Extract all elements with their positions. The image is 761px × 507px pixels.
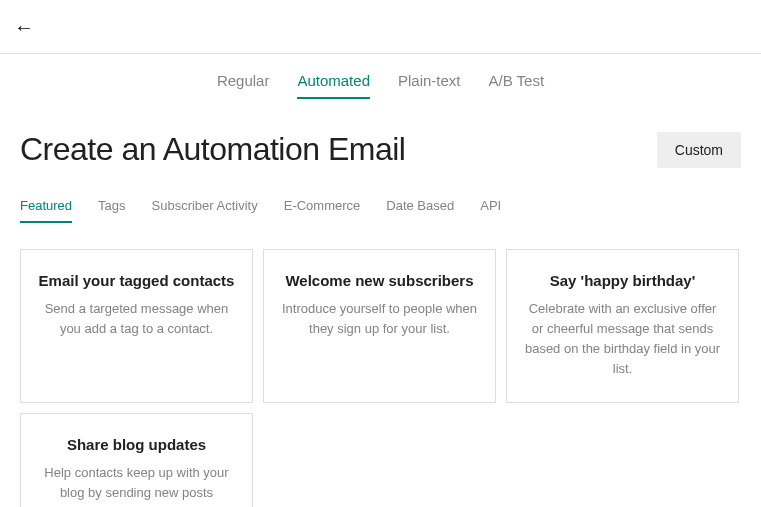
card-desc: Celebrate with an exclusive offer or che… bbox=[523, 299, 722, 380]
card-title: Share blog updates bbox=[37, 436, 236, 453]
automation-cards: Email your tagged contacts Send a target… bbox=[20, 249, 741, 507]
card-desc: Send a targeted message when you add a t… bbox=[37, 299, 236, 339]
subtab-api[interactable]: API bbox=[480, 198, 501, 223]
card-desc: Introduce yourself to people when they s… bbox=[280, 299, 479, 339]
content-area: Create an Automation Email Custom Featur… bbox=[0, 131, 761, 507]
back-arrow-icon[interactable]: ← bbox=[14, 17, 34, 37]
card-desc: Help contacts keep up with your blog by … bbox=[37, 463, 236, 507]
custom-button[interactable]: Custom bbox=[657, 132, 741, 168]
topbar: ← bbox=[0, 0, 761, 54]
card-say-happy-birthday[interactable]: Say 'happy birthday' Celebrate with an e… bbox=[506, 249, 739, 403]
tab-regular[interactable]: Regular bbox=[217, 72, 270, 99]
tab-automated[interactable]: Automated bbox=[297, 72, 370, 99]
card-title: Say 'happy birthday' bbox=[523, 272, 722, 289]
card-share-blog-updates[interactable]: Share blog updates Help contacts keep up… bbox=[20, 413, 253, 507]
title-row: Create an Automation Email Custom bbox=[20, 131, 741, 168]
card-welcome-new-subscribers[interactable]: Welcome new subscribers Introduce yourse… bbox=[263, 249, 496, 403]
subtab-featured[interactable]: Featured bbox=[20, 198, 72, 223]
subtab-subscriber-activity[interactable]: Subscriber Activity bbox=[152, 198, 258, 223]
automation-category-tabs: Featured Tags Subscriber Activity E-Comm… bbox=[20, 198, 741, 223]
tab-ab-test[interactable]: A/B Test bbox=[489, 72, 545, 99]
tab-plain-text[interactable]: Plain-text bbox=[398, 72, 461, 99]
campaign-type-tabs: Regular Automated Plain-text A/B Test bbox=[0, 54, 761, 113]
subtab-tags[interactable]: Tags bbox=[98, 198, 125, 223]
page-title: Create an Automation Email bbox=[20, 131, 405, 168]
card-title: Email your tagged contacts bbox=[37, 272, 236, 289]
card-title: Welcome new subscribers bbox=[280, 272, 479, 289]
subtab-date-based[interactable]: Date Based bbox=[386, 198, 454, 223]
subtab-ecommerce[interactable]: E-Commerce bbox=[284, 198, 361, 223]
card-email-tagged-contacts[interactable]: Email your tagged contacts Send a target… bbox=[20, 249, 253, 403]
